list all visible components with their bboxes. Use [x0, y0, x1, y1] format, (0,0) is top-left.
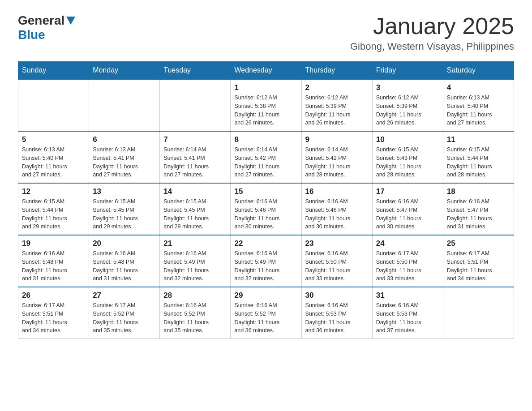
calendar-header-thursday: Thursday — [301, 62, 372, 80]
calendar-cell: 5Sunrise: 6:13 AM Sunset: 5:40 PM Daylig… — [18, 131, 89, 183]
day-info: Sunrise: 6:13 AM Sunset: 5:40 PM Dayligh… — [22, 146, 85, 179]
calendar-cell: 18Sunrise: 6:16 AM Sunset: 5:47 PM Dayli… — [443, 183, 514, 235]
calendar-cell: 12Sunrise: 6:15 AM Sunset: 5:44 PM Dayli… — [18, 183, 89, 235]
day-info: Sunrise: 6:12 AM Sunset: 5:38 PM Dayligh… — [234, 94, 297, 127]
day-number: 2 — [305, 83, 369, 92]
calendar-cell: 28Sunrise: 6:16 AM Sunset: 5:52 PM Dayli… — [160, 287, 231, 339]
calendar-cell: 30Sunrise: 6:16 AM Sunset: 5:53 PM Dayli… — [301, 287, 372, 339]
calendar-cell: 10Sunrise: 6:15 AM Sunset: 5:43 PM Dayli… — [372, 131, 443, 183]
calendar-cell: 7Sunrise: 6:14 AM Sunset: 5:41 PM Daylig… — [160, 131, 231, 183]
day-info: Sunrise: 6:12 AM Sunset: 5:39 PM Dayligh… — [305, 94, 369, 127]
svg-marker-0 — [66, 17, 75, 25]
calendar-week-2: 5Sunrise: 6:13 AM Sunset: 5:40 PM Daylig… — [18, 131, 514, 183]
calendar-header-monday: Monday — [89, 62, 160, 80]
title-area: January 2025 Gibong, Western Visayas, Ph… — [350, 13, 514, 52]
logo-triangle-icon — [66, 17, 75, 26]
day-info: Sunrise: 6:17 AM Sunset: 5:50 PM Dayligh… — [376, 249, 439, 283]
calendar-header-friday: Friday — [372, 62, 443, 80]
calendar-cell — [443, 287, 514, 339]
calendar-header-wednesday: Wednesday — [231, 62, 301, 80]
day-info: Sunrise: 6:13 AM Sunset: 5:40 PM Dayligh… — [447, 94, 510, 127]
calendar-cell — [160, 79, 231, 131]
calendar-cell: 25Sunrise: 6:17 AM Sunset: 5:51 PM Dayli… — [443, 235, 514, 287]
day-number: 9 — [305, 135, 369, 144]
calendar-cell: 9Sunrise: 6:14 AM Sunset: 5:42 PM Daylig… — [301, 131, 372, 183]
day-number: 8 — [234, 135, 297, 144]
day-number: 19 — [22, 239, 85, 248]
calendar-week-3: 12Sunrise: 6:15 AM Sunset: 5:44 PM Dayli… — [18, 183, 514, 235]
logo-general-text: General — [18, 13, 64, 28]
calendar-cell: 21Sunrise: 6:16 AM Sunset: 5:49 PM Dayli… — [160, 235, 231, 287]
day-number: 21 — [163, 239, 227, 248]
day-number: 6 — [93, 135, 156, 144]
calendar-header-saturday: Saturday — [443, 62, 514, 80]
calendar-cell: 15Sunrise: 6:16 AM Sunset: 5:46 PM Dayli… — [231, 183, 301, 235]
day-number: 11 — [447, 135, 510, 144]
calendar-table: SundayMondayTuesdayWednesdayThursdayFrid… — [18, 61, 514, 339]
calendar-week-1: 1Sunrise: 6:12 AM Sunset: 5:38 PM Daylig… — [18, 79, 514, 131]
day-info: Sunrise: 6:12 AM Sunset: 5:39 PM Dayligh… — [376, 94, 439, 127]
calendar-cell — [18, 79, 89, 131]
calendar-cell: 22Sunrise: 6:16 AM Sunset: 5:49 PM Dayli… — [231, 235, 301, 287]
day-info: Sunrise: 6:16 AM Sunset: 5:52 PM Dayligh… — [234, 301, 297, 335]
day-number: 28 — [163, 291, 227, 300]
day-info: Sunrise: 6:16 AM Sunset: 5:46 PM Dayligh… — [305, 197, 369, 231]
day-info: Sunrise: 6:17 AM Sunset: 5:51 PM Dayligh… — [22, 301, 85, 335]
day-info: Sunrise: 6:14 AM Sunset: 5:41 PM Dayligh… — [163, 146, 227, 179]
day-info: Sunrise: 6:16 AM Sunset: 5:48 PM Dayligh… — [93, 249, 156, 283]
calendar-header-tuesday: Tuesday — [160, 62, 231, 80]
day-number: 13 — [93, 187, 156, 196]
day-info: Sunrise: 6:17 AM Sunset: 5:52 PM Dayligh… — [93, 301, 156, 335]
calendar-cell: 3Sunrise: 6:12 AM Sunset: 5:39 PM Daylig… — [372, 79, 443, 131]
day-info: Sunrise: 6:16 AM Sunset: 5:47 PM Dayligh… — [376, 197, 439, 231]
day-info: Sunrise: 6:14 AM Sunset: 5:42 PM Dayligh… — [234, 146, 297, 179]
calendar-cell: 6Sunrise: 6:13 AM Sunset: 5:41 PM Daylig… — [89, 131, 160, 183]
logo: General Blue — [18, 13, 75, 42]
day-info: Sunrise: 6:16 AM Sunset: 5:50 PM Dayligh… — [305, 249, 369, 283]
calendar-week-5: 26Sunrise: 6:17 AM Sunset: 5:51 PM Dayli… — [18, 287, 514, 339]
day-number: 17 — [376, 187, 439, 196]
day-info: Sunrise: 6:16 AM Sunset: 5:47 PM Dayligh… — [447, 197, 510, 231]
day-number: 27 — [93, 291, 156, 300]
calendar-header-sunday: Sunday — [18, 62, 89, 80]
day-number: 4 — [447, 83, 510, 92]
day-info: Sunrise: 6:16 AM Sunset: 5:46 PM Dayligh… — [234, 197, 297, 231]
calendar-cell: 26Sunrise: 6:17 AM Sunset: 5:51 PM Dayli… — [18, 287, 89, 339]
calendar-cell: 11Sunrise: 6:15 AM Sunset: 5:44 PM Dayli… — [443, 131, 514, 183]
calendar-week-4: 19Sunrise: 6:16 AM Sunset: 5:48 PM Dayli… — [18, 235, 514, 287]
month-title: January 2025 — [350, 13, 514, 39]
calendar-cell: 19Sunrise: 6:16 AM Sunset: 5:48 PM Dayli… — [18, 235, 89, 287]
day-number: 14 — [163, 187, 227, 196]
day-number: 16 — [305, 187, 369, 196]
day-number: 12 — [22, 187, 85, 196]
calendar-cell: 29Sunrise: 6:16 AM Sunset: 5:52 PM Dayli… — [231, 287, 301, 339]
calendar-cell: 23Sunrise: 6:16 AM Sunset: 5:50 PM Dayli… — [301, 235, 372, 287]
calendar-cell: 31Sunrise: 6:16 AM Sunset: 5:53 PM Dayli… — [372, 287, 443, 339]
day-info: Sunrise: 6:16 AM Sunset: 5:52 PM Dayligh… — [163, 301, 227, 335]
day-info: Sunrise: 6:15 AM Sunset: 5:44 PM Dayligh… — [447, 146, 510, 179]
day-number: 24 — [376, 239, 439, 248]
day-info: Sunrise: 6:14 AM Sunset: 5:42 PM Dayligh… — [305, 146, 369, 179]
calendar-cell — [89, 79, 160, 131]
day-info: Sunrise: 6:15 AM Sunset: 5:45 PM Dayligh… — [163, 197, 227, 231]
calendar-cell: 2Sunrise: 6:12 AM Sunset: 5:39 PM Daylig… — [301, 79, 372, 131]
calendar-cell: 17Sunrise: 6:16 AM Sunset: 5:47 PM Dayli… — [372, 183, 443, 235]
page-header: General Blue January 2025 Gibong, Wester… — [18, 13, 514, 52]
day-info: Sunrise: 6:17 AM Sunset: 5:51 PM Dayligh… — [447, 249, 510, 283]
day-info: Sunrise: 6:15 AM Sunset: 5:45 PM Dayligh… — [93, 197, 156, 231]
day-info: Sunrise: 6:15 AM Sunset: 5:44 PM Dayligh… — [22, 197, 85, 231]
calendar-cell: 1Sunrise: 6:12 AM Sunset: 5:38 PM Daylig… — [231, 79, 301, 131]
day-info: Sunrise: 6:13 AM Sunset: 5:41 PM Dayligh… — [93, 146, 156, 179]
calendar-cell: 14Sunrise: 6:15 AM Sunset: 5:45 PM Dayli… — [160, 183, 231, 235]
calendar-cell: 24Sunrise: 6:17 AM Sunset: 5:50 PM Dayli… — [372, 235, 443, 287]
day-info: Sunrise: 6:16 AM Sunset: 5:53 PM Dayligh… — [376, 301, 439, 335]
day-number: 26 — [22, 291, 85, 300]
calendar-cell: 13Sunrise: 6:15 AM Sunset: 5:45 PM Dayli… — [89, 183, 160, 235]
day-number: 29 — [234, 291, 297, 300]
logo-blue-text: Blue — [18, 28, 45, 42]
calendar-cell: 27Sunrise: 6:17 AM Sunset: 5:52 PM Dayli… — [89, 287, 160, 339]
day-number: 10 — [376, 135, 439, 144]
day-info: Sunrise: 6:16 AM Sunset: 5:49 PM Dayligh… — [234, 249, 297, 283]
day-number: 1 — [234, 83, 297, 92]
day-number: 7 — [163, 135, 227, 144]
